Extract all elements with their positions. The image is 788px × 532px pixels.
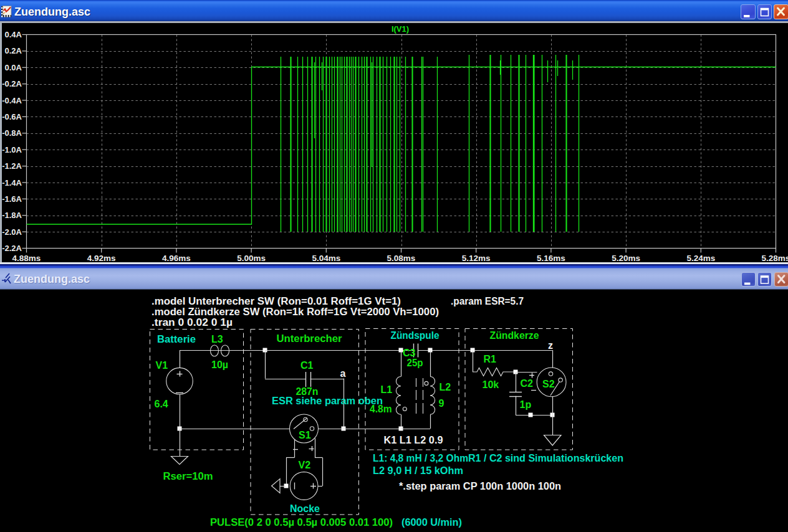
- svg-text:-0.8A: -0.8A: [2, 128, 22, 138]
- svg-text:L1: L1: [381, 384, 393, 395]
- svg-text:-1.2A: -1.2A: [2, 161, 22, 171]
- svg-text:.model Unterbrecher SW (Ron=0.: .model Unterbrecher SW (Ron=0.01 Roff=1G…: [151, 296, 401, 306]
- svg-text:ESR siehe param oben: ESR siehe param oben: [272, 396, 383, 406]
- svg-text:25p: 25p: [407, 358, 423, 368]
- svg-text:(6000 U/min): (6000 U/min): [401, 517, 462, 528]
- svg-text:*.step param CP 100n 1000n 100: *.step param CP 100n 1000n 100n: [399, 481, 561, 492]
- svg-text:-0.4A: -0.4A: [2, 96, 22, 105]
- svg-text:Unterbrecher: Unterbrecher: [277, 333, 342, 344]
- svg-text:a: a: [340, 368, 346, 379]
- svg-text:V2: V2: [299, 460, 311, 470]
- svg-text:Batterie: Batterie: [157, 334, 196, 344]
- svg-text:.model Zündkerze SW (Ron=1k Ro: .model Zündkerze SW (Ron=1k Roff=1G Vt=2…: [151, 306, 439, 317]
- svg-text:PULSE(0 2 0 0.5µ 0.5µ 0.005 0.: PULSE(0 2 0 0.5µ 0.5µ 0.005 0.01 100): [210, 517, 393, 528]
- svg-text:4.96ms: 4.96ms: [162, 254, 191, 263]
- svg-text:5.28ms: 5.28ms: [762, 254, 788, 263]
- svg-text:R1 / C2 sind Simulationskrücke: R1 / C2 sind Simulationskrücken: [468, 453, 623, 463]
- svg-text:-2.2A: -2.2A: [2, 244, 22, 253]
- svg-text:Zündspule: Zündspule: [391, 330, 440, 341]
- svg-text:10k: 10k: [483, 379, 499, 390]
- svg-text:5.24ms: 5.24ms: [686, 254, 715, 263]
- svg-text:1p: 1p: [520, 399, 532, 410]
- svg-text:z: z: [548, 340, 553, 351]
- svg-text:0.0A: 0.0A: [5, 63, 22, 72]
- svg-text:-1.8A: -1.8A: [2, 211, 22, 220]
- svg-text:Rser=10m: Rser=10m: [163, 471, 213, 482]
- svg-text:10µ: 10µ: [211, 359, 228, 370]
- svg-text:C3: C3: [403, 348, 416, 358]
- svg-text:6.4: 6.4: [155, 399, 168, 409]
- svg-text:C1: C1: [300, 360, 314, 371]
- svg-text:0.4A: 0.4A: [5, 30, 22, 39]
- svg-text:5.00ms: 5.00ms: [237, 254, 266, 263]
- svg-text:C2: C2: [521, 378, 534, 389]
- svg-text:L3: L3: [211, 334, 223, 344]
- svg-text:Nocke: Nocke: [290, 503, 320, 514]
- svg-text:K1 L1 L2 0.9: K1 L1 L2 0.9: [384, 435, 443, 445]
- svg-text:R1: R1: [484, 354, 497, 364]
- svg-text:S2: S2: [542, 379, 555, 389]
- svg-text:9: 9: [439, 398, 444, 409]
- svg-text:-1.4A: -1.4A: [2, 178, 22, 188]
- svg-text:5.08ms: 5.08ms: [387, 254, 416, 263]
- svg-text:V1: V1: [156, 360, 168, 371]
- svg-text:.tran 0 0.02 0 1µ: .tran 0 0.02 0 1µ: [151, 317, 233, 328]
- svg-text:4.88ms: 4.88ms: [12, 254, 41, 263]
- svg-text:0.2A: 0.2A: [5, 46, 22, 55]
- svg-text:Zündkerze: Zündkerze: [490, 330, 539, 341]
- svg-text:4.8m: 4.8m: [370, 404, 392, 414]
- svg-text:-1.6A: -1.6A: [2, 194, 22, 204]
- svg-text:-2.0A: -2.0A: [2, 227, 22, 237]
- svg-text:5.16ms: 5.16ms: [537, 254, 565, 263]
- svg-text:5.20ms: 5.20ms: [612, 254, 640, 263]
- svg-text:-0.6A: -0.6A: [2, 112, 22, 121]
- svg-text:5.12ms: 5.12ms: [462, 254, 491, 263]
- svg-text:I(V1): I(V1): [392, 24, 409, 34]
- svg-text:L2: L2: [440, 382, 451, 392]
- svg-text:-0.2A: -0.2A: [2, 79, 22, 88]
- svg-text:-1.0A: -1.0A: [2, 145, 22, 154]
- svg-text:L1: 4,8 mH / 3,2 Ohm: L1: 4,8 mH / 3,2 Ohm: [373, 453, 468, 463]
- svg-text:L2 9,0 H / 15 kOhm: L2 9,0 H / 15 kOhm: [373, 465, 463, 476]
- svg-text:5.04ms: 5.04ms: [312, 254, 340, 263]
- svg-text:S1: S1: [299, 430, 311, 440]
- svg-text:4.92ms: 4.92ms: [87, 254, 116, 263]
- svg-text:.param ESR=5.7: .param ESR=5.7: [451, 296, 524, 306]
